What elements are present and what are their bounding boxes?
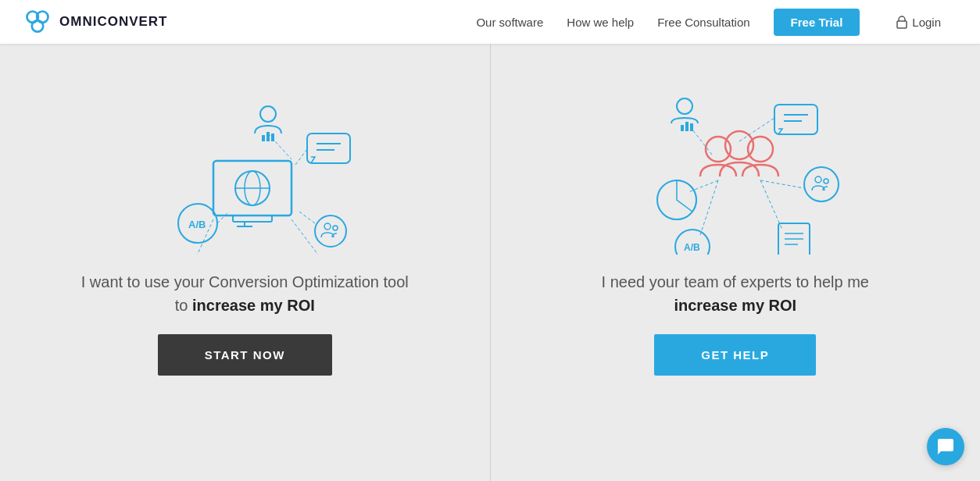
lock-icon	[896, 15, 908, 29]
logo-icon	[23, 8, 52, 36]
panel-left: A/B	[0, 44, 491, 481]
svg-point-11	[260, 106, 276, 122]
nav-links: Our software How we help Free Consultati…	[476, 9, 941, 36]
left-panel-text: I want to use your Conversion Optimizati…	[80, 270, 409, 317]
svg-line-61	[700, 180, 718, 235]
left-text-bold: increase my ROI	[192, 297, 315, 314]
nav-free-consultation[interactable]: Free Consultation	[657, 16, 749, 29]
svg-point-24	[324, 223, 331, 230]
svg-rect-43	[690, 123, 693, 131]
svg-point-40	[677, 98, 692, 114]
main-content: A/B	[0, 44, 980, 481]
svg-point-55	[815, 176, 821, 183]
nav-our-software[interactable]: Our software	[476, 16, 543, 29]
chat-icon	[936, 437, 955, 456]
svg-point-54	[804, 167, 839, 201]
svg-text:A/B: A/B	[188, 219, 206, 230]
svg-line-19	[295, 149, 307, 165]
svg-line-62	[760, 180, 782, 230]
nav-how-we-help[interactable]: How we help	[567, 16, 634, 29]
right-text-bold: increase my ROI	[674, 297, 796, 314]
chat-button[interactable]	[927, 428, 964, 465]
svg-point-23	[315, 216, 346, 247]
svg-rect-41	[681, 125, 684, 131]
svg-line-26	[299, 212, 315, 223]
svg-rect-14	[271, 134, 274, 141]
svg-rect-3	[897, 21, 907, 28]
login-area[interactable]: Login	[896, 15, 941, 29]
login-label: Login	[912, 16, 941, 29]
logo-link[interactable]: OMNICONVERT	[23, 8, 168, 36]
svg-rect-42	[685, 122, 689, 131]
start-now-button[interactable]: START NOW	[158, 334, 332, 376]
svg-point-2	[32, 20, 43, 31]
logo-text: OMNICONVERT	[59, 14, 168, 30]
svg-text:A/B: A/B	[684, 242, 700, 253]
svg-point-25	[333, 226, 338, 230]
right-illustration: A/B	[522, 59, 950, 262]
left-illustration: A/B	[31, 59, 459, 262]
get-help-button[interactable]: GET HELP	[654, 334, 816, 376]
free-trial-button[interactable]: Free Trial	[774, 9, 860, 36]
panel-right: A/B I need	[491, 44, 981, 481]
svg-line-22	[217, 212, 229, 223]
right-text-normal: I need your team of experts to help me	[602, 273, 869, 290]
svg-rect-12	[262, 135, 265, 141]
right-panel-text: I need your team of experts to help me i…	[571, 270, 900, 317]
navbar: OMNICONVERT Our software How we help Fre…	[0, 0, 980, 44]
svg-point-56	[824, 179, 828, 183]
svg-line-60	[760, 180, 804, 188]
svg-rect-13	[266, 132, 270, 141]
svg-line-36	[291, 219, 323, 255]
svg-point-39	[748, 137, 773, 162]
